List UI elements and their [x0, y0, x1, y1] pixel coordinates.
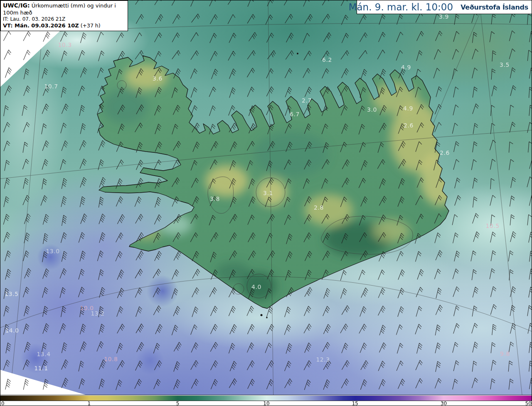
- extremum-value-label: 9.8: [500, 350, 510, 357]
- domain-edge-wedges: [0, 13, 86, 395]
- extremum-value-label: 2.6: [404, 122, 414, 129]
- extremum-value-label: 10.5: [485, 223, 499, 229]
- colorbar-tick: 0: [1, 401, 5, 406]
- precipitation-colorbar: 0 1 5 10 15 30 50: [0, 395, 532, 406]
- extremum-value-label: 10.7: [44, 83, 58, 90]
- extremum-value-label: 2.7: [302, 97, 312, 104]
- extremum-value-label: 10.8: [104, 356, 118, 362]
- extremum-value-label: 3.9: [439, 13, 449, 20]
- extremum-value-label: 6.2: [322, 56, 332, 63]
- extremum-value-label: 2.8: [314, 204, 324, 211]
- extremum-value-label: 4.9: [403, 105, 413, 112]
- extremum-value-label: 4.0: [251, 284, 261, 290]
- colorbar-tick: 50: [525, 401, 532, 406]
- colorbar-tick: 10: [263, 401, 269, 406]
- extremum-value-label: 13.4: [37, 351, 50, 357]
- colorbar-ticks: 0 1 5 10 15 30 50: [0, 401, 532, 406]
- forecast-info-box: UWC/IG: Úrkomumætti (mm) og vindur i 100…: [0, 0, 128, 31]
- extremum-value-label: 4.9: [401, 64, 411, 71]
- land-fill: [0, 0, 532, 395]
- colorbar-tick: 15: [352, 401, 358, 406]
- extremum-value-label: 12.3: [316, 356, 330, 363]
- valid-time-line: VT: Mán. 09.03.2026 10Z (+37 h): [3, 22, 125, 29]
- extremum-value-label: 3.1: [263, 190, 273, 196]
- extremum-value-label: 11.1: [34, 365, 48, 372]
- valid-datetime-label: Mán. 9. mar. kl. 10:00: [349, 2, 453, 12]
- extremum-value-label: 13.2: [91, 310, 104, 317]
- colorbar-tick: 30: [441, 401, 447, 406]
- org-name: Veðurstofa Íslands: [461, 3, 528, 11]
- extremum-value-label: 3.8: [210, 196, 220, 202]
- extremum-value-label: 13.5: [5, 291, 18, 297]
- extremum-value-label: 2.6: [440, 149, 450, 156]
- init-time-line: IT: Lau. 07. 03. 2026 21Z: [3, 16, 125, 22]
- map-canvas: 10.310.73.66.24.93.53.92.76.73.04.92.62.…: [0, 0, 532, 395]
- extremum-value-label: 13.0: [46, 248, 59, 254]
- extremum-value-label: 10.3: [58, 42, 71, 48]
- extremum-value-label: 3.0: [367, 106, 377, 113]
- map-overlay-svg: [0, 0, 532, 395]
- product-title: UWC/IG: Úrkomumætti (mm) og vindur i 100…: [3, 2, 125, 16]
- colorbar-tick: 1: [88, 401, 91, 406]
- extremum-value-label: 3.5: [500, 61, 510, 68]
- weather-map-page: 10.310.73.66.24.93.53.92.76.73.04.92.62.…: [0, 0, 532, 406]
- extremum-value-label: 3.6: [153, 75, 163, 82]
- datetime-branding-box: Mán. 9. mar. kl. 10:00 Veðurstofa Ísland…: [357, 0, 532, 14]
- extremum-value-label: 14.0: [5, 327, 19, 334]
- colorbar-tick: 5: [176, 401, 180, 406]
- extremum-value-label: 6.7: [290, 111, 300, 117]
